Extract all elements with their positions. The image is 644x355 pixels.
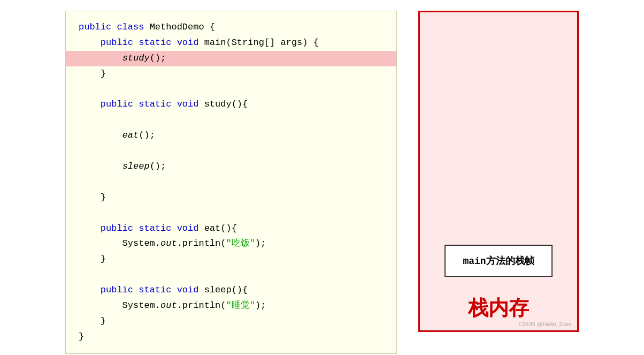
code-line-21: }	[79, 329, 384, 345]
main-stack-frame: main方法的栈帧	[444, 245, 552, 277]
code-line-9	[79, 143, 384, 159]
code-line-7	[79, 112, 384, 128]
stack-memory-label: 栈内存	[468, 294, 529, 322]
code-line-13	[79, 206, 384, 221]
code-line-20: }	[79, 314, 384, 329]
stack-frame-label: main方法的栈帧	[463, 256, 534, 267]
code-line-3-highlighted: study();	[66, 51, 396, 66]
code-line-11	[79, 175, 384, 190]
code-line-12: }	[79, 190, 384, 206]
code-line-8: eat();	[79, 128, 384, 143]
watermark: CSDN @Hello_Dam	[518, 321, 572, 327]
code-line-18: public static void sleep(){	[79, 283, 384, 298]
code-panel: public class MethodDemo { public static …	[65, 11, 397, 354]
code-line-2: public static void main(String[] args) {	[79, 35, 384, 51]
code-line-17	[79, 267, 384, 283]
code-line-4: }	[79, 66, 384, 82]
code-line-10: sleep();	[79, 159, 384, 175]
code-line-5	[79, 82, 384, 97]
code-line-16: }	[79, 252, 384, 267]
code-line-19: System.out.println("睡觉");	[79, 298, 384, 314]
code-line-15: System.out.println("吃饭");	[79, 236, 384, 252]
code-line-14: public static void eat(){	[79, 221, 384, 237]
code-line-6: public static void study(){	[79, 97, 384, 112]
code-line-1: public class MethodDemo {	[79, 20, 384, 35]
stack-memory-panel: main方法的栈帧 栈内存 CSDN @Hello_Dam	[418, 11, 579, 332]
